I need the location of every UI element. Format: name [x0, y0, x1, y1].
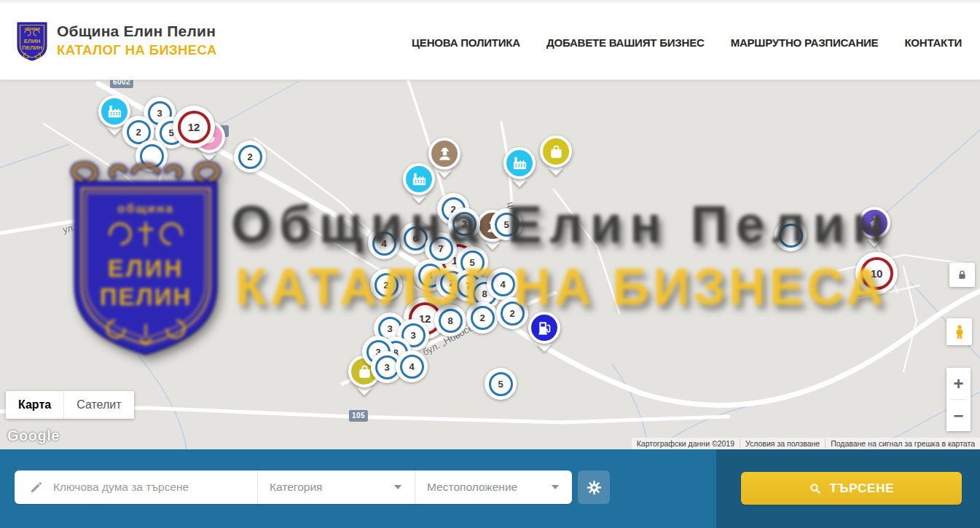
pegman-icon: [952, 324, 968, 340]
cluster-marker[interactable]: [775, 219, 807, 251]
cluster-count: 10: [861, 257, 893, 290]
municipality-crest-logo: община ЕЛИН ПЕЛИН: [15, 18, 50, 62]
keyword-input[interactable]: [53, 481, 235, 494]
search-button[interactable]: ТЪРСЕНЕ: [741, 472, 962, 505]
cluster-count: 6: [404, 226, 428, 251]
cluster-marker[interactable]: 10: [855, 252, 898, 294]
chevron-down-icon: [394, 485, 401, 489]
cluster-marker[interactable]: [136, 140, 168, 172]
cluster-marker[interactable]: 2: [234, 141, 266, 173]
attribution-report-link[interactable]: Подаване на сигнал за грешка в картата: [825, 439, 980, 448]
factory-icon: [106, 103, 123, 120]
advanced-search-button[interactable]: [578, 470, 610, 504]
cluster-count: 4: [372, 232, 396, 256]
crest-sm-line1: ЕЛИН: [24, 38, 41, 44]
chevron-down-icon: [552, 485, 559, 489]
main-nav: ЦЕНОВА ПОЛИТИКАДОБАВЕТЕ ВАШИЯТ БИЗНЕСМАР…: [412, 2, 962, 82]
cluster-count: 8: [439, 309, 463, 333]
google-logo[interactable]: Google: [7, 427, 60, 444]
zoom-in-button[interactable]: +: [946, 368, 971, 399]
cluster-marker[interactable]: 3: [448, 208, 480, 240]
cluster-count: 2: [375, 273, 399, 297]
worker-icon: [436, 146, 453, 162]
attribution-map-data: Картографски данни ©2019: [632, 439, 740, 448]
nav-item-pricing[interactable]: ЦЕНОВА ПОЛИТИКА: [412, 36, 520, 49]
cluster-marker[interactable]: 5: [485, 368, 517, 400]
category-select[interactable]: Категория: [258, 470, 415, 504]
cluster-marker[interactable]: 4: [487, 268, 519, 300]
map-type-satellite-button[interactable]: Сателит: [64, 391, 133, 419]
map-lock-button[interactable]: [949, 263, 975, 287]
cluster-count: 3: [452, 212, 477, 236]
map-pin-factory[interactable]: [403, 163, 435, 195]
map-canvas[interactable]: 6002105ул. Преславбул. „Новоселции 32512…: [0, 80, 980, 449]
cluster-marker[interactable]: 12: [173, 106, 215, 148]
map-pin-worker[interactable]: [428, 138, 460, 170]
street-view-pegman-button[interactable]: [946, 318, 972, 345]
zoom-control: + −: [946, 368, 971, 431]
cluster-marker[interactable]: 8: [434, 304, 466, 336]
cluster-count: 2: [471, 306, 495, 330]
cluster-marker[interactable]: 2: [496, 297, 528, 329]
fuel-icon: [536, 320, 553, 336]
cluster-count: 4: [400, 355, 424, 379]
cluster-count: 2: [238, 145, 262, 169]
cluster-marker[interactable]: 4: [396, 350, 428, 382]
cluster-count: 2: [501, 302, 525, 326]
search-icon: [809, 482, 822, 495]
factory-icon: [511, 155, 528, 172]
cluster-count: 4: [491, 272, 515, 296]
pencil-icon: [29, 481, 43, 494]
site-subtitle: КАТАЛОГ НА БИЗНЕСА: [57, 42, 217, 58]
map-attribution: Картографски данни ©2019 Условия за полз…: [632, 438, 980, 449]
cluster-count: [779, 224, 803, 248]
location-label: Местоположение: [427, 481, 517, 494]
cluster-marker[interactable]: 4: [368, 227, 400, 259]
cluster-marker[interactable]: 2: [466, 302, 498, 334]
cluster-count: 12: [178, 111, 211, 143]
site-title: Община Елин Пелин: [57, 23, 217, 40]
location-select[interactable]: Местоположение: [415, 470, 572, 504]
site-header: община ЕЛИН ПЕЛИН Община Елин Пелин КАТА…: [0, 0, 980, 80]
map-pin-bag[interactable]: [540, 135, 572, 168]
church-icon: [866, 215, 883, 232]
nav-item-add-business[interactable]: ДОБАВЕТЕ ВАШИЯТ БИЗНЕС: [546, 36, 705, 49]
cluster-count: [140, 144, 164, 168]
app-root: община ЕЛИН ПЕЛИН Община Елин Пелин КАТА…: [0, 0, 980, 528]
map-type-control: Карта Сателит: [6, 391, 134, 419]
attribution-terms-link[interactable]: Условия за ползване: [740, 439, 825, 448]
map-pin-factory[interactable]: [503, 147, 536, 179]
search-bar: Категория Местоположение ТЪРСЕНЕ: [0, 449, 980, 528]
nav-item-contacts[interactable]: КОНТАКТИ: [904, 36, 962, 49]
cluster-count: 7: [429, 237, 453, 261]
crest-sm-line2: ПЕЛИН: [22, 44, 42, 51]
gear-icon: [586, 479, 603, 496]
lock-icon: [956, 269, 968, 281]
cluster-marker[interactable]: 2: [370, 269, 402, 301]
cluster-count: 5: [489, 372, 513, 396]
map-type-map-button[interactable]: Карта: [6, 391, 64, 419]
nav-item-transport-schedule[interactable]: МАРШРУТНО РАЗПИСАНИЕ: [731, 36, 879, 49]
bag-icon: [548, 143, 565, 160]
cluster-count: 5: [495, 213, 519, 237]
map-pin-fuel[interactable]: [528, 312, 560, 344]
site-logo[interactable]: община ЕЛИН ПЕЛИН Община Елин Пелин КАТА…: [15, 18, 217, 62]
zoom-out-button[interactable]: −: [946, 400, 971, 431]
map-pin-church[interactable]: [858, 207, 890, 239]
cluster-marker[interactable]: 5: [490, 208, 522, 240]
search-button-label: ТЪРСЕНЕ: [830, 481, 895, 496]
factory-icon: [411, 171, 428, 188]
search-fields: Категория Местоположение: [15, 470, 572, 504]
category-label: Категория: [270, 481, 322, 494]
keyword-field[interactable]: [15, 470, 257, 504]
